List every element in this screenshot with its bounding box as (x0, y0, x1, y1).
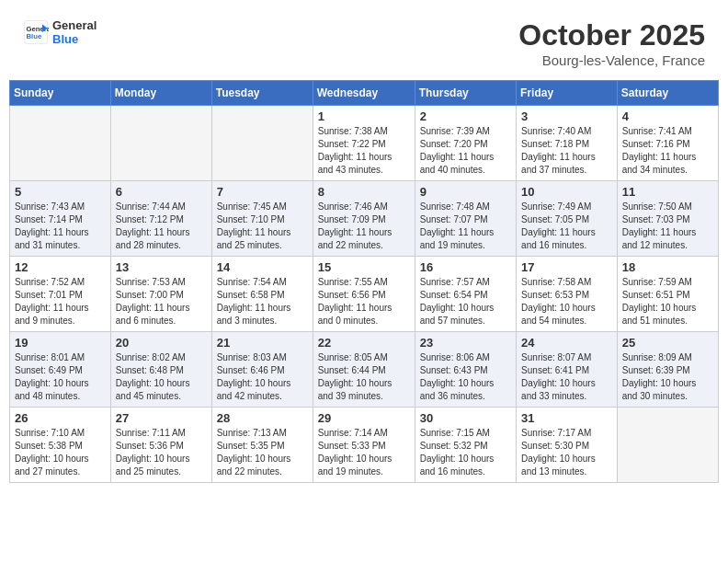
day-number: 27 (116, 411, 207, 425)
calendar-day-cell: 7Sunrise: 7:45 AM Sunset: 7:10 PM Daylig… (211, 181, 313, 257)
calendar-day-cell: 23Sunrise: 8:06 AM Sunset: 6:43 PM Dayli… (415, 332, 516, 408)
day-number: 8 (318, 185, 410, 199)
calendar-day-cell: 12Sunrise: 7:52 AM Sunset: 7:01 PM Dayli… (10, 257, 111, 332)
day-number: 5 (15, 185, 106, 199)
day-number: 6 (116, 185, 207, 199)
logo-text-line2: Blue (52, 32, 97, 46)
day-number: 28 (217, 411, 308, 425)
calendar-day-cell: 15Sunrise: 7:55 AM Sunset: 6:56 PM Dayli… (313, 257, 415, 332)
day-number: 10 (521, 185, 612, 199)
calendar-day-cell: 22Sunrise: 8:05 AM Sunset: 6:44 PM Dayli… (313, 332, 415, 408)
day-info: Sunrise: 7:58 AM Sunset: 6:53 PM Dayligh… (521, 276, 612, 327)
calendar-day-cell: 26Sunrise: 7:10 AM Sunset: 5:38 PM Dayli… (10, 408, 111, 483)
weekday-header: Monday (110, 81, 211, 106)
day-number: 7 (217, 185, 308, 199)
month-title: October 2025 (518, 18, 705, 52)
day-info: Sunrise: 7:40 AM Sunset: 7:18 PM Dayligh… (521, 125, 612, 177)
calendar-day-cell: 16Sunrise: 7:57 AM Sunset: 6:54 PM Dayli… (415, 257, 516, 332)
day-info: Sunrise: 7:55 AM Sunset: 6:56 PM Dayligh… (318, 276, 410, 327)
day-info: Sunrise: 7:38 AM Sunset: 7:22 PM Dayligh… (318, 125, 410, 177)
calendar-day-cell: 3Sunrise: 7:40 AM Sunset: 7:18 PM Daylig… (517, 106, 618, 181)
calendar-day-cell: 11Sunrise: 7:50 AM Sunset: 7:03 PM Dayli… (617, 181, 718, 257)
day-number: 19 (15, 336, 106, 350)
calendar-day-cell: 31Sunrise: 7:17 AM Sunset: 5:30 PM Dayli… (517, 408, 618, 483)
day-info: Sunrise: 7:13 AM Sunset: 5:35 PM Dayligh… (217, 427, 308, 478)
day-info: Sunrise: 7:11 AM Sunset: 5:36 PM Dayligh… (116, 427, 207, 478)
day-number: 11 (622, 185, 713, 199)
weekday-header: Saturday (617, 81, 718, 106)
day-number: 18 (622, 260, 713, 274)
day-info: Sunrise: 7:43 AM Sunset: 7:14 PM Dayligh… (15, 201, 106, 252)
day-info: Sunrise: 7:54 AM Sunset: 6:58 PM Dayligh… (217, 276, 308, 327)
day-number: 25 (622, 336, 713, 350)
calendar-day-cell (617, 408, 718, 483)
logo: General Blue General Blue (23, 18, 97, 46)
calendar-day-cell: 30Sunrise: 7:15 AM Sunset: 5:32 PM Dayli… (415, 408, 516, 483)
calendar-day-cell: 28Sunrise: 7:13 AM Sunset: 5:35 PM Dayli… (211, 408, 313, 483)
location: Bourg-les-Valence, France (518, 52, 705, 68)
calendar-day-cell: 21Sunrise: 8:03 AM Sunset: 6:46 PM Dayli… (211, 332, 313, 408)
calendar-week-row: 26Sunrise: 7:10 AM Sunset: 5:38 PM Dayli… (10, 408, 719, 483)
calendar-day-cell (211, 106, 313, 181)
calendar-day-cell: 6Sunrise: 7:44 AM Sunset: 7:12 PM Daylig… (110, 181, 211, 257)
page-header: General Blue General Blue October 2025 B… (9, 9, 719, 73)
calendar-day-cell (110, 106, 211, 181)
day-number: 29 (318, 411, 410, 425)
day-info: Sunrise: 8:01 AM Sunset: 6:49 PM Dayligh… (15, 351, 106, 403)
calendar-day-cell (10, 106, 111, 181)
day-number: 12 (15, 260, 106, 274)
day-info: Sunrise: 8:07 AM Sunset: 6:41 PM Dayligh… (521, 351, 612, 403)
day-info: Sunrise: 8:05 AM Sunset: 6:44 PM Dayligh… (318, 351, 410, 403)
calendar-day-cell: 5Sunrise: 7:43 AM Sunset: 7:14 PM Daylig… (10, 181, 111, 257)
day-info: Sunrise: 8:02 AM Sunset: 6:48 PM Dayligh… (116, 351, 207, 403)
day-number: 22 (318, 336, 410, 350)
calendar-day-cell: 18Sunrise: 7:59 AM Sunset: 6:51 PM Dayli… (617, 257, 718, 332)
day-number: 20 (116, 336, 207, 350)
calendar-week-row: 5Sunrise: 7:43 AM Sunset: 7:14 PM Daylig… (10, 181, 719, 257)
day-number: 1 (318, 109, 410, 123)
day-info: Sunrise: 7:52 AM Sunset: 7:01 PM Dayligh… (15, 276, 106, 327)
day-number: 31 (521, 411, 612, 425)
svg-text:Blue: Blue (27, 32, 42, 40)
day-number: 21 (217, 336, 308, 350)
day-info: Sunrise: 7:57 AM Sunset: 6:54 PM Dayligh… (420, 276, 511, 327)
day-info: Sunrise: 7:15 AM Sunset: 5:32 PM Dayligh… (420, 427, 511, 478)
day-info: Sunrise: 7:41 AM Sunset: 7:16 PM Dayligh… (622, 125, 713, 177)
weekday-header: Wednesday (313, 81, 415, 106)
day-info: Sunrise: 8:06 AM Sunset: 6:43 PM Dayligh… (420, 351, 511, 403)
day-info: Sunrise: 7:39 AM Sunset: 7:20 PM Dayligh… (420, 125, 511, 177)
day-number: 2 (420, 109, 511, 123)
day-number: 24 (521, 336, 612, 350)
day-info: Sunrise: 7:14 AM Sunset: 5:33 PM Dayligh… (318, 427, 410, 478)
day-info: Sunrise: 8:09 AM Sunset: 6:39 PM Dayligh… (622, 351, 713, 403)
day-info: Sunrise: 7:46 AM Sunset: 7:09 PM Dayligh… (318, 201, 410, 252)
day-number: 23 (420, 336, 511, 350)
day-info: Sunrise: 7:44 AM Sunset: 7:12 PM Dayligh… (116, 201, 207, 252)
day-number: 30 (420, 411, 511, 425)
day-number: 3 (521, 109, 612, 123)
calendar-day-cell: 9Sunrise: 7:48 AM Sunset: 7:07 PM Daylig… (415, 181, 516, 257)
logo-text-line1: General (52, 18, 97, 32)
calendar-day-cell: 19Sunrise: 8:01 AM Sunset: 6:49 PM Dayli… (10, 332, 111, 408)
calendar-day-cell: 14Sunrise: 7:54 AM Sunset: 6:58 PM Dayli… (211, 257, 313, 332)
calendar-week-row: 19Sunrise: 8:01 AM Sunset: 6:49 PM Dayli… (10, 332, 719, 408)
day-info: Sunrise: 8:03 AM Sunset: 6:46 PM Dayligh… (217, 351, 308, 403)
title-block: October 2025 Bourg-les-Valence, France (518, 18, 705, 68)
day-info: Sunrise: 7:50 AM Sunset: 7:03 PM Dayligh… (622, 201, 713, 252)
day-number: 4 (622, 109, 713, 123)
day-number: 16 (420, 260, 511, 274)
weekday-header: Sunday (10, 81, 111, 106)
calendar-week-row: 12Sunrise: 7:52 AM Sunset: 7:01 PM Dayli… (10, 257, 719, 332)
day-info: Sunrise: 7:49 AM Sunset: 7:05 PM Dayligh… (521, 201, 612, 252)
logo-icon: General Blue (23, 19, 49, 45)
day-number: 13 (116, 260, 207, 274)
day-number: 9 (420, 185, 511, 199)
weekday-header: Thursday (415, 81, 516, 106)
weekday-header: Tuesday (211, 81, 313, 106)
calendar-day-cell: 24Sunrise: 8:07 AM Sunset: 6:41 PM Dayli… (517, 332, 618, 408)
calendar-day-cell: 27Sunrise: 7:11 AM Sunset: 5:36 PM Dayli… (110, 408, 211, 483)
day-info: Sunrise: 7:48 AM Sunset: 7:07 PM Dayligh… (420, 201, 511, 252)
calendar-day-cell: 8Sunrise: 7:46 AM Sunset: 7:09 PM Daylig… (313, 181, 415, 257)
day-info: Sunrise: 7:53 AM Sunset: 7:00 PM Dayligh… (116, 276, 207, 327)
calendar-week-row: 1Sunrise: 7:38 AM Sunset: 7:22 PM Daylig… (10, 106, 719, 181)
